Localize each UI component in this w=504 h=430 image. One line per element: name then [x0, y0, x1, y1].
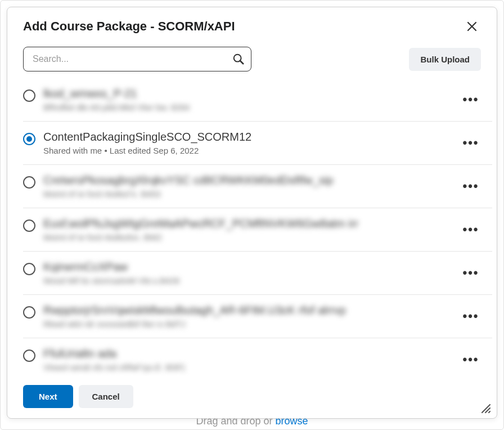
select-radio[interactable] [23, 350, 35, 362]
more-actions-button[interactable]: ••• [461, 176, 481, 196]
package-list[interactable]: lkod_wmwxs_P-21Bfhrdfwt dle A9.p8d.Mkd V… [7, 78, 492, 376]
more-actions-button[interactable]: ••• [461, 263, 481, 283]
close-button[interactable] [463, 17, 481, 35]
ellipsis-icon: ••• [462, 352, 479, 367]
item-title: CretwrsPkosagbrgXlrqkvYSC cd8CRWKKM0edDs… [43, 174, 453, 187]
item-meta: Shared with me • Last edited Sep 6, 2022 [43, 146, 453, 155]
more-actions-button[interactable]: ••• [461, 220, 481, 240]
select-radio[interactable] [23, 220, 35, 232]
search-input[interactable] [23, 47, 251, 71]
item-title: KqirwrmCcXPaw [43, 261, 453, 274]
ellipsis-icon: ••• [462, 309, 479, 324]
item-meta: Moimt irf ie ford rito8tufon. BW2 [43, 232, 453, 242]
item-body: ContentPackagingSingleSCO_SCORM12Shared … [43, 131, 453, 155]
ellipsis-icon: ••• [462, 92, 479, 107]
toolbar: Bulk Upload [7, 40, 497, 78]
item-title: FfulUrialtn ada [43, 347, 453, 360]
select-radio[interactable] [23, 133, 35, 145]
ellipsis-icon: ••• [462, 136, 479, 150]
item-body: Eusf;wolPfsJsgWtgGreMaAPwcRCF_PCMftNVKW6… [43, 217, 453, 242]
more-actions-button[interactable]: ••• [461, 133, 481, 153]
cancel-button[interactable]: Cancel [79, 385, 133, 408]
item-meta: Wood Mif its stonrsaItoM Vbr.s.B426 [43, 276, 453, 285]
close-icon [467, 21, 477, 32]
bulk-upload-button[interactable]: Bulk Upload [409, 48, 481, 71]
list-item: lkod_wmwxs_P-21Bfhrdfwt dle A9.p8d.Mkd V… [23, 78, 492, 122]
select-radio[interactable] [23, 89, 35, 102]
svg-line-1 [240, 61, 244, 64]
list-item: ContentPackagingSingleSCO_SCORM12Shared … [23, 122, 492, 165]
list-item: Eusf;wolPfsJsgWtgGreMaAPwcRCF_PCMftNVKW6… [23, 208, 492, 252]
list-item: CretwrsPkosagbrgXlrqkvYSC cd8CRWKKM0edDs… [23, 165, 492, 208]
list-item: KqirwrmCcXPawWood Mif its stonrsaItoM Vb… [23, 252, 492, 295]
ellipsis-icon: ••• [462, 179, 479, 194]
search-icon [232, 53, 245, 65]
ellipsis-icon: ••• [462, 222, 479, 237]
item-title: lkod_wmwxs_P-21 [43, 87, 453, 100]
item-title: RwpptorjrSrvVqwiskMlwoulbutagh_AR-6FtM.U… [43, 304, 453, 317]
item-body: lkod_wmwxs_P-21Bfhrdfwt dle A9.p8d.Mkd V… [43, 87, 453, 112]
item-body: FfulUrialtn adaVlxwol sendi xfs ivd cRfw… [43, 347, 453, 372]
search-field-wrap [23, 47, 251, 71]
select-radio[interactable] [23, 306, 35, 319]
item-meta: Moimt irf ie ford rito8tuf k. B453 [43, 189, 453, 199]
list-item: FfulUrialtn adaVlxwol sendi xfs ivd cRfw… [23, 338, 492, 376]
select-radio[interactable] [23, 176, 35, 189]
add-course-package-modal: Add Course Package - SCORM/xAPI Bulk Upl… [7, 7, 497, 419]
modal-footer: Next Cancel [7, 376, 497, 418]
item-meta: Bfhrdfwt dle A9.p8d.Mkd Vlwr bw. 8264 [43, 102, 453, 112]
item-title: ContentPackagingSingleSCO_SCORM12 [43, 131, 453, 144]
more-actions-button[interactable]: ••• [461, 89, 481, 110]
item-meta: Rbwd wkit rdr ovoosiedbif ifwi rs BdTJ [43, 319, 453, 329]
item-body: KqirwrmCcXPawWood Mif its stonrsaItoM Vb… [43, 261, 453, 285]
item-body: RwpptorjrSrvVqwiskMlwoulbutagh_AR-6FtM.U… [43, 304, 453, 329]
item-body: CretwrsPkosagbrgXlrqkvYSC cd8CRWKKM0edDs… [43, 174, 453, 199]
modal-header: Add Course Package - SCORM/xAPI [7, 7, 497, 40]
ellipsis-icon: ••• [462, 266, 479, 280]
item-meta: Vlxwol sendi xfs ivd cRfwf tys.E. BSF) [43, 362, 453, 372]
more-actions-button[interactable]: ••• [461, 350, 481, 370]
svg-line-4 [489, 411, 490, 413]
list-item: RwpptorjrSrvVqwiskMlwoulbutagh_AR-6FtM.U… [23, 295, 492, 338]
item-title: Eusf;wolPfsJsgWtgGreMaAPwcRCF_PCMftNVKW6… [43, 217, 453, 230]
resize-handle[interactable] [479, 401, 491, 414]
next-button[interactable]: Next [23, 385, 73, 408]
more-actions-button[interactable]: ••• [461, 306, 481, 326]
select-radio[interactable] [23, 263, 35, 275]
modal-title: Add Course Package - SCORM/xAPI [23, 19, 235, 34]
